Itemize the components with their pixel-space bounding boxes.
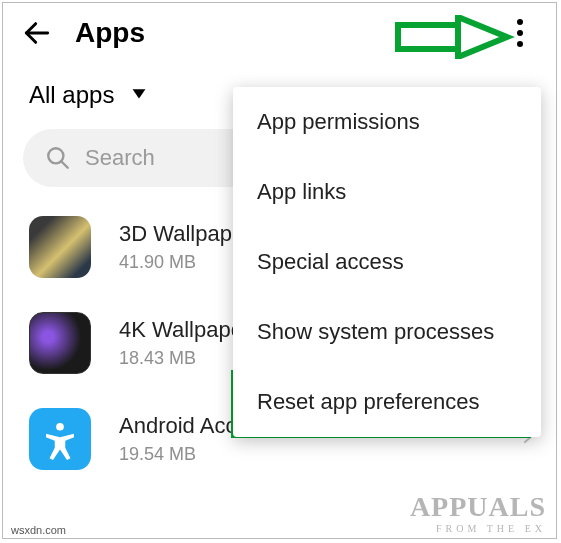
filter-label: All apps [29, 81, 114, 109]
footer-credit: wsxdn.com [11, 524, 66, 536]
app-icon-3d-wallpaper [29, 216, 91, 278]
chevron-down-icon [128, 82, 150, 108]
menu-item-reset-app-preferences[interactable]: Reset app preferences [233, 367, 541, 437]
svg-marker-3 [133, 89, 146, 98]
svg-line-5 [61, 161, 68, 168]
search-placeholder: Search [85, 145, 155, 171]
svg-point-6 [56, 423, 64, 431]
app-icon-accessibility [29, 408, 91, 470]
menu-item-special-access[interactable]: Special access [233, 227, 541, 297]
watermark-brand: APPUALS [410, 491, 546, 523]
app-icon-4k-wallpaper [29, 312, 91, 374]
page-title: Apps [75, 17, 145, 49]
overflow-menu: App permissions App links Special access… [233, 87, 541, 437]
menu-item-app-links[interactable]: App links [233, 157, 541, 227]
app-size: 19.54 MB [119, 444, 518, 465]
back-icon[interactable] [21, 17, 53, 49]
search-icon [45, 145, 71, 171]
menu-item-show-system-processes[interactable]: Show system processes [233, 297, 541, 367]
menu-item-app-permissions[interactable]: App permissions [233, 87, 541, 157]
watermark: APPUALS FROM THE EX [410, 491, 546, 534]
more-options-icon[interactable] [508, 19, 532, 47]
watermark-tagline: FROM THE EX [410, 523, 546, 534]
